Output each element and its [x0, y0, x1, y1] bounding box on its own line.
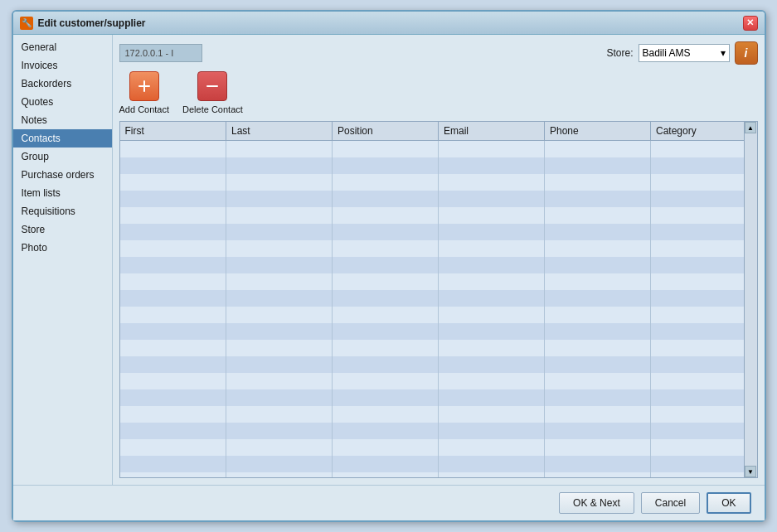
table-cell[interactable] — [120, 157, 226, 174]
table-cell[interactable] — [545, 240, 651, 257]
table-cell[interactable] — [651, 472, 757, 479]
table-cell[interactable] — [120, 290, 226, 307]
info-button[interactable]: i — [735, 41, 758, 65]
table-cell[interactable] — [439, 240, 545, 257]
table-cell[interactable] — [120, 323, 226, 340]
table-cell[interactable] — [226, 207, 333, 224]
table-cell[interactable] — [226, 174, 333, 191]
table-cell[interactable] — [226, 273, 333, 290]
table-cell[interactable] — [439, 323, 545, 340]
sidebar-item-notes[interactable]: Notes — [13, 111, 112, 129]
table-cell[interactable] — [439, 191, 545, 207]
table-cell[interactable] — [439, 406, 545, 423]
table-cell[interactable] — [333, 423, 439, 439]
table-cell[interactable] — [333, 472, 439, 479]
table-cell[interactable] — [226, 191, 333, 207]
table-cell[interactable] — [651, 273, 757, 290]
table-cell[interactable] — [226, 456, 333, 472]
table-cell[interactable] — [651, 406, 757, 423]
sidebar-item-group[interactable]: Group — [13, 148, 112, 166]
table-cell[interactable] — [545, 423, 651, 439]
table-cell[interactable] — [120, 224, 226, 240]
table-cell[interactable] — [651, 307, 757, 323]
table-cell[interactable] — [651, 207, 757, 224]
table-cell[interactable] — [545, 224, 651, 240]
delete-contact-button[interactable]: Delete Contact — [182, 71, 243, 114]
table-cell[interactable] — [545, 141, 651, 157]
table-cell[interactable] — [439, 340, 545, 356]
table-cell[interactable] — [333, 207, 439, 224]
table-cell[interactable] — [439, 389, 545, 406]
sidebar-item-contacts[interactable]: Contacts — [13, 129, 112, 148]
table-cell[interactable] — [120, 240, 226, 257]
table-cell[interactable] — [226, 423, 333, 439]
table-cell[interactable] — [120, 174, 226, 191]
table-cell[interactable] — [545, 307, 651, 323]
table-cell[interactable] — [333, 356, 439, 373]
table-cell[interactable] — [333, 157, 439, 174]
table-cell[interactable] — [651, 224, 757, 240]
table-cell[interactable] — [651, 356, 757, 373]
table-cell[interactable] — [439, 207, 545, 224]
table-cell[interactable] — [226, 439, 333, 456]
table-cell[interactable] — [651, 323, 757, 340]
table-cell[interactable] — [226, 472, 333, 479]
table-cell[interactable] — [226, 257, 333, 273]
table-cell[interactable] — [651, 240, 757, 257]
table-cell[interactable] — [226, 323, 333, 340]
table-cell[interactable] — [439, 423, 545, 439]
table-cell[interactable] — [120, 373, 226, 389]
table-cell[interactable] — [333, 240, 439, 257]
table-cell[interactable] — [120, 307, 226, 323]
table-cell[interactable] — [439, 307, 545, 323]
table-cell[interactable] — [545, 191, 651, 207]
sidebar-item-invoices[interactable]: Invoices — [13, 56, 112, 75]
table-cell[interactable] — [333, 323, 439, 340]
table-cell[interactable] — [651, 191, 757, 207]
scroll-up-button[interactable]: ▲ — [745, 122, 756, 133]
table-cell[interactable] — [333, 191, 439, 207]
table-cell[interactable] — [226, 340, 333, 356]
add-contact-button[interactable]: Add Contact — [119, 71, 170, 114]
table-cell[interactable] — [651, 373, 757, 389]
table-cell[interactable] — [439, 290, 545, 307]
table-cell[interactable] — [651, 157, 757, 174]
table-cell[interactable] — [120, 389, 226, 406]
table-cell[interactable] — [226, 224, 333, 240]
table-cell[interactable] — [439, 456, 545, 472]
sidebar-item-photo[interactable]: Photo — [13, 239, 112, 257]
table-cell[interactable] — [545, 207, 651, 224]
table-cell[interactable] — [120, 141, 226, 157]
table-cell[interactable] — [545, 439, 651, 456]
table-cell[interactable] — [120, 439, 226, 456]
table-cell[interactable] — [651, 141, 757, 157]
table-cell[interactable] — [120, 207, 226, 224]
table-cell[interactable] — [545, 472, 651, 479]
table-cell[interactable] — [120, 423, 226, 439]
table-cell[interactable] — [439, 373, 545, 389]
table-cell[interactable] — [120, 472, 226, 479]
table-cell[interactable] — [545, 273, 651, 290]
sidebar-item-backorders[interactable]: Backorders — [13, 75, 112, 93]
scroll-down-button[interactable]: ▼ — [745, 466, 756, 477]
table-cell[interactable] — [226, 389, 333, 406]
table-cell[interactable] — [226, 290, 333, 307]
table-cell[interactable] — [439, 472, 545, 479]
table-cell[interactable] — [333, 340, 439, 356]
table-cell[interactable] — [651, 290, 757, 307]
table-cell[interactable] — [120, 340, 226, 356]
table-cell[interactable] — [226, 240, 333, 257]
table-cell[interactable] — [120, 257, 226, 273]
table-cell[interactable] — [226, 307, 333, 323]
table-cell[interactable] — [333, 389, 439, 406]
cancel-button[interactable]: Cancel — [641, 492, 700, 514]
table-cell[interactable] — [651, 439, 757, 456]
table-cell[interactable] — [333, 456, 439, 472]
table-cell[interactable] — [439, 157, 545, 174]
table-cell[interactable] — [545, 340, 651, 356]
scrollbar[interactable]: ▲ ▼ — [744, 122, 757, 477]
table-cell[interactable] — [333, 290, 439, 307]
table-cell[interactable] — [333, 174, 439, 191]
table-cell[interactable] — [226, 373, 333, 389]
sidebar-item-general[interactable]: General — [13, 38, 112, 56]
